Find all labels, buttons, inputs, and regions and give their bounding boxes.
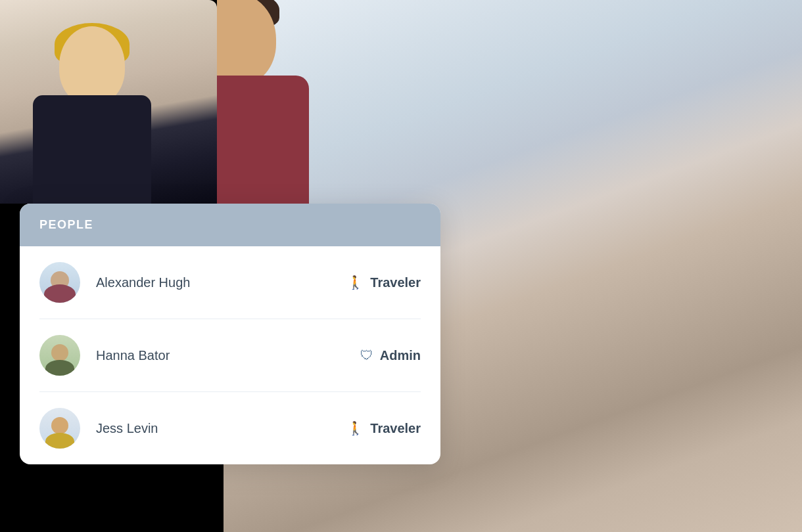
role-label-jess: Traveler	[370, 421, 421, 436]
person-name-hanna: Hanna Bator	[96, 348, 360, 363]
avatar-jess	[39, 408, 80, 449]
person-name-alexander: Alexander Hugh	[96, 275, 347, 290]
people-card: PEOPLE Alexander Hugh 🚶 Traveler Hanna B…	[20, 204, 440, 464]
mini-person-head	[59, 26, 125, 105]
person-role-hanna: 🛡 Admin	[360, 348, 421, 363]
role-label-alexander: Traveler	[370, 275, 421, 290]
admin-icon: 🛡	[360, 348, 373, 363]
traveler-icon-2: 🚶	[347, 420, 364, 436]
avatar-hanna	[39, 335, 80, 376]
card-body: Alexander Hugh 🚶 Traveler Hanna Bator 🛡 …	[20, 246, 440, 464]
person-row-hanna[interactable]: Hanna Bator 🛡 Admin	[39, 319, 421, 392]
card-header: PEOPLE	[20, 204, 440, 246]
role-label-hanna: Admin	[380, 348, 421, 363]
person-row-alexander[interactable]: Alexander Hugh 🚶 Traveler	[39, 246, 421, 319]
mini-person-body	[33, 95, 151, 204]
mini-photo	[0, 0, 217, 204]
person-row-jess[interactable]: Jess Levin 🚶 Traveler	[39, 392, 421, 464]
card-title: PEOPLE	[39, 218, 93, 231]
person-role-alexander: 🚶 Traveler	[347, 275, 421, 290]
mini-photo-inner	[0, 0, 217, 204]
traveler-icon-1: 🚶	[347, 275, 364, 290]
person-role-jess: 🚶 Traveler	[347, 420, 421, 436]
person-name-jess: Jess Levin	[96, 421, 347, 436]
avatar-alexander	[39, 262, 80, 303]
